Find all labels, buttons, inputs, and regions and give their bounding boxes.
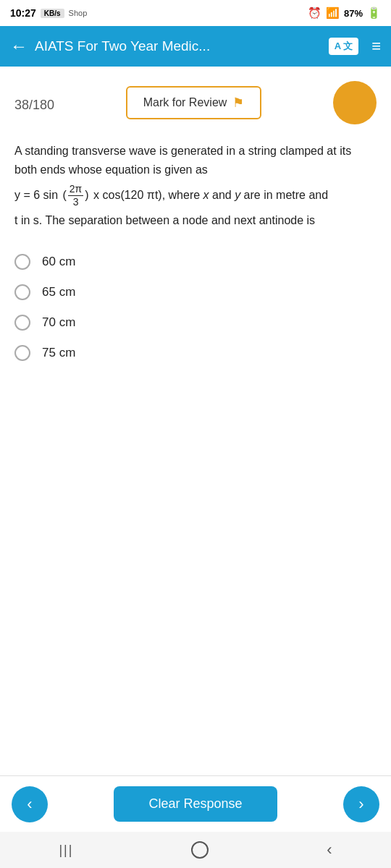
system-nav-bar: ||| ‹ <box>0 832 391 868</box>
option-d[interactable]: 75 cm <box>14 338 377 368</box>
question-number: 38/180 <box>14 92 54 114</box>
option-c-label: 70 cm <box>42 315 75 330</box>
radio-b[interactable] <box>14 284 30 300</box>
shop-label: Shop <box>69 9 88 17</box>
option-a[interactable]: 60 cm <box>14 247 377 277</box>
radio-a[interactable] <box>14 254 30 270</box>
mark-review-label: Mark for Review <box>143 96 227 109</box>
bottom-bar: ‹ Clear Response › <box>0 775 391 832</box>
battery-text: 87% <box>344 8 363 19</box>
app-header: ← AIATS For Two Year Medic... A 文 ≡ <box>0 26 391 67</box>
option-b-label: 65 cm <box>42 285 75 299</box>
question-content: 38/180 Mark for Review ⚑ A standing tran… <box>0 67 391 368</box>
option-a-label: 60 cm <box>42 255 75 269</box>
menu-button[interactable]: ≡ <box>371 37 381 56</box>
alarm-icon: ⏰ <box>308 7 321 20</box>
radio-c[interactable] <box>14 315 30 331</box>
question-text-part1: A standing transverse wave is generated … <box>14 142 377 179</box>
options-container: 60 cm 65 cm 70 cm 75 cm <box>14 247 377 368</box>
prev-icon: ‹ <box>27 795 32 814</box>
status-icons: ⏰ 📶 87% 🔋 <box>308 7 381 20</box>
clear-response-button[interactable]: Clear Response <box>114 786 277 822</box>
question-text-part2: t in s. The separation between a node an… <box>14 211 377 230</box>
prev-button[interactable]: ‹ <box>12 786 48 822</box>
translate-button[interactable]: A 文 <box>329 38 359 55</box>
header-title: AIATS For Two Year Medic... <box>35 38 321 54</box>
question-header: 38/180 Mark for Review ⚑ <box>14 81 377 124</box>
clear-response-label: Clear Response <box>148 796 242 811</box>
status-bar: 10:27 KB/s Shop ⏰ 📶 87% 🔋 <box>0 0 391 26</box>
translate-label: A 文 <box>335 40 353 53</box>
battery-icon: 🔋 <box>367 7 381 20</box>
home-icon[interactable] <box>191 841 209 859</box>
eq-rest: x cos(120 πt), where x and y are in metr… <box>91 185 329 206</box>
next-icon: › <box>358 795 363 814</box>
equation-line: y = 6 sin ( 2π 3 ) x cos(120 πt), where … <box>14 183 377 208</box>
back-nav-icon[interactable]: ‹ <box>327 841 332 859</box>
option-c[interactable]: 70 cm <box>14 307 377 338</box>
mark-for-review-button[interactable]: Mark for Review ⚑ <box>126 86 262 119</box>
kb-tag: KB/s <box>41 9 64 18</box>
eq-start: y = 6 sin <box>14 185 61 206</box>
signal-icon: 📶 <box>326 7 340 20</box>
status-time: 10:27 KB/s Shop <box>10 7 87 19</box>
next-button[interactable]: › <box>343 786 379 822</box>
fraction: 2π 3 <box>68 183 83 208</box>
question-status-circle <box>333 81 377 124</box>
option-d-label: 75 cm <box>42 346 75 360</box>
radio-d[interactable] <box>14 345 30 361</box>
time-display: 10:27 <box>10 7 36 19</box>
back-button[interactable]: ← <box>10 36 28 56</box>
flag-icon: ⚑ <box>232 95 244 111</box>
option-b[interactable]: 65 cm <box>14 277 377 307</box>
recents-icon[interactable]: ||| <box>59 843 73 858</box>
